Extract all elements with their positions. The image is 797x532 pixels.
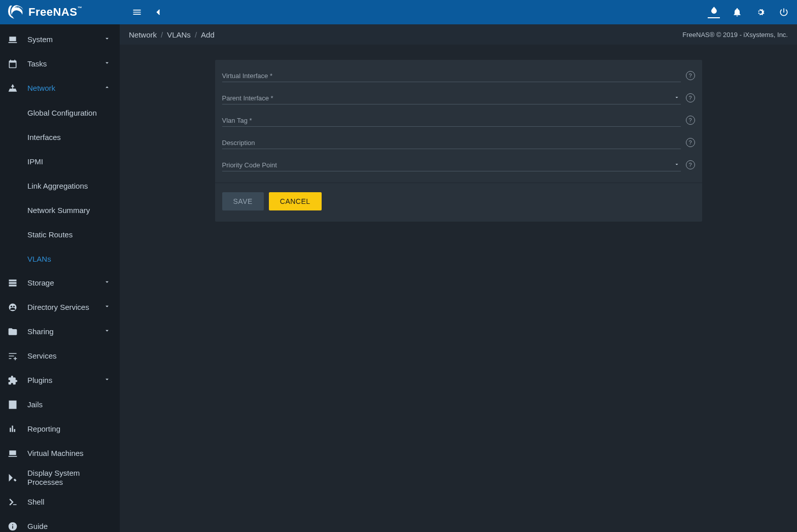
help-icon[interactable]: ? (686, 116, 695, 125)
sidebar-item-shell[interactable]: Shell (0, 490, 120, 514)
sidebar-item-plugins[interactable]: Plugins (0, 368, 120, 393)
sidebar-label: Shell (27, 498, 113, 507)
svg-point-1 (9, 304, 17, 311)
chevron-down-icon (103, 327, 113, 336)
field-label: Vlan Tag * (222, 117, 681, 124)
terminal-icon (7, 496, 18, 508)
vlan-tag-field[interactable]: Vlan Tag * (222, 114, 681, 127)
sidebar-label: Tasks (27, 59, 103, 68)
sidebar-sub-interfaces[interactable]: Interfaces (0, 125, 120, 149)
laptop-icon (7, 34, 18, 45)
sidebar-item-tasks[interactable]: Tasks (0, 52, 120, 76)
sidebar-item-network[interactable]: Network (0, 76, 120, 100)
sidebar-label: Plugins (27, 376, 103, 385)
topbar: FreeNAS™ (0, 0, 797, 24)
sidebar-label: Virtual Machines (27, 449, 113, 458)
breadcrumb-vlans[interactable]: VLANs (167, 30, 191, 39)
chevron-down-icon (103, 59, 113, 68)
back-button[interactable] (152, 6, 164, 18)
virtual-interface-field[interactable]: Virtual Interface * (222, 69, 681, 82)
field-label: Parent Interface * (222, 94, 681, 102)
tune-icon (7, 350, 18, 362)
sidebar-item-sharing[interactable]: Sharing (0, 320, 120, 344)
sidebar-label: Network (27, 84, 103, 93)
power-button[interactable] (778, 6, 790, 18)
sidebar-label: Reporting (27, 424, 113, 434)
calendar-icon (7, 58, 18, 69)
sidebar-item-storage[interactable]: Storage (0, 271, 120, 295)
main: Network / VLANs / Add FreeNAS® © 2019 - … (120, 24, 797, 532)
menu-toggle-button[interactable] (131, 6, 143, 18)
vlan-form-card: Virtual Interface * ? Parent Interface *… (215, 60, 702, 222)
topbar-left-controls (131, 6, 164, 18)
sidebar-label: Services (27, 351, 113, 361)
breadcrumb-network[interactable]: Network (129, 30, 157, 39)
sidebar-sub-static-routes[interactable]: Static Routes (0, 222, 120, 246)
folder-shared-icon (7, 326, 18, 337)
computer-icon (7, 448, 18, 459)
chevron-down-icon (103, 35, 113, 44)
sidebar-item-display-system-processes[interactable]: Display System Processes (0, 466, 120, 490)
help-icon[interactable]: ? (686, 93, 695, 102)
theme-button[interactable] (708, 6, 720, 18)
chevron-down-icon (103, 376, 113, 385)
field-label: Description (222, 139, 681, 147)
form-row-vlan-tag: Vlan Tag * ? (222, 114, 695, 127)
sidebar-label: Guide (27, 522, 113, 531)
notifications-button[interactable] (731, 6, 743, 18)
svg-point-3 (13, 306, 15, 307)
sidebar-item-reporting[interactable]: Reporting (0, 417, 120, 441)
chevron-down-icon (674, 161, 680, 169)
storage-icon (7, 277, 18, 289)
svg-point-0 (18, 8, 20, 9)
divider (215, 183, 702, 183)
sidebar-sub-global-config[interactable]: Global Configuration (0, 100, 120, 125)
sidebar-item-system[interactable]: System (0, 27, 120, 52)
save-button[interactable]: SAVE (222, 192, 264, 210)
sidebar-item-directory-services[interactable]: Directory Services (0, 295, 120, 320)
priority-code-point-select[interactable]: Priority Code Point (222, 158, 681, 171)
button-row: SAVE CANCEL (222, 192, 695, 210)
sidebar-item-guide[interactable]: Guide (0, 514, 120, 532)
sidebar: System Tasks Network Global Configuratio… (0, 24, 120, 532)
processes-icon (7, 472, 18, 483)
info-icon (7, 521, 18, 532)
sidebar-item-services[interactable]: Services (0, 344, 120, 368)
sidebar-label: Display System Processes (27, 469, 113, 487)
footer-note: FreeNAS® © 2019 - iXsystems, Inc. (682, 31, 788, 39)
logo-area: FreeNAS™ (4, 5, 124, 20)
help-icon[interactable]: ? (686, 71, 695, 80)
form-row-description: Description ? (222, 136, 695, 149)
form-row-pcp: Priority Code Point ? (222, 158, 695, 171)
form-row-parent-interface: Parent Interface * ? (222, 91, 695, 104)
chevron-down-icon (103, 303, 113, 312)
sidebar-sub-ipmi[interactable]: IPMI (0, 149, 120, 173)
sidebar-sub-link-aggregations[interactable]: Link Aggregations (0, 173, 120, 198)
sidebar-label: Storage (27, 278, 103, 288)
cancel-button[interactable]: CANCEL (269, 192, 322, 210)
svg-point-2 (11, 306, 12, 307)
sidebar-label: Sharing (27, 327, 103, 336)
sidebar-label: System (27, 35, 103, 44)
chevron-up-icon (103, 84, 113, 93)
breadcrumb-sep: / (161, 30, 163, 39)
settings-button[interactable] (754, 6, 767, 18)
parent-interface-select[interactable]: Parent Interface * (222, 91, 681, 104)
description-field[interactable]: Description (222, 136, 681, 149)
content: Virtual Interface * ? Parent Interface *… (120, 45, 797, 532)
field-label: Priority Code Point (222, 161, 681, 169)
extension-icon (7, 375, 18, 386)
breadcrumb-sep: / (195, 30, 197, 39)
chart-icon (7, 423, 18, 435)
sidebar-item-virtual-machines[interactable]: Virtual Machines (0, 441, 120, 466)
chevron-down-icon (103, 278, 113, 288)
sidebar-sub-network-summary[interactable]: Network Summary (0, 198, 120, 222)
sidebar-item-jails[interactable]: Jails (0, 393, 120, 417)
help-icon[interactable]: ? (686, 160, 695, 169)
field-label: Virtual Interface * (222, 72, 681, 80)
help-icon[interactable]: ? (686, 138, 695, 147)
logo-icon (7, 5, 24, 20)
sidebar-sub-vlans[interactable]: VLANs (0, 246, 120, 271)
jail-icon (7, 399, 18, 410)
form-row-virtual-interface: Virtual Interface * ? (222, 69, 695, 82)
